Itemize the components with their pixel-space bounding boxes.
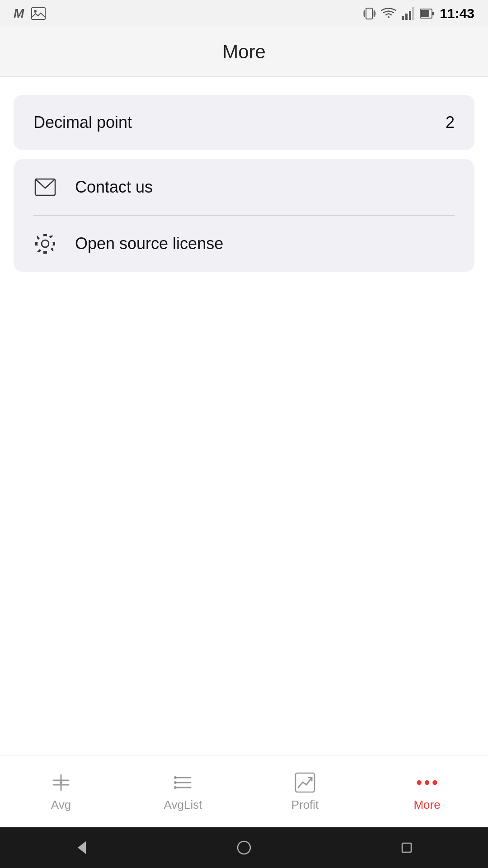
signal-icon [402,7,414,20]
svg-point-16 [42,240,49,247]
decimal-point-card[interactable]: Decimal point 2 [14,95,474,150]
contact-us-item[interactable]: Contact us [14,159,474,215]
svg-point-1 [34,10,37,13]
svg-rect-8 [405,14,408,20]
decimal-point-label: Decimal point [33,113,132,132]
decimal-point-value: 2 [446,113,455,132]
main-content: Decimal point 2 Contact us [0,77,488,755]
svg-point-32 [238,841,250,854]
mail-icon [33,175,57,199]
svg-rect-9 [409,11,411,20]
open-source-license-item[interactable]: Open source license [14,216,474,272]
profit-icon [293,771,317,794]
svg-marker-31 [78,841,86,854]
android-recents-button[interactable] [399,840,415,856]
svg-point-30 [432,780,437,785]
android-home-button[interactable] [236,840,252,856]
svg-point-26 [174,786,177,789]
avg-icon [49,771,73,794]
photo-icon [31,7,46,20]
nav-item-avg[interactable]: Avg [0,755,122,827]
avglist-icon [171,771,195,794]
menu-card: Contact us [14,159,474,272]
svg-rect-27 [296,773,314,792]
nav-label-profit: Profit [291,798,319,812]
page-title: More [222,41,266,63]
battery-icon [420,9,434,19]
status-time: 11:43 [440,6,474,21]
decimal-point-row[interactable]: Decimal point 2 [14,95,474,150]
svg-rect-33 [402,843,411,852]
svg-rect-2 [366,8,372,19]
wifi-icon [381,7,396,20]
status-bar-left: M [14,6,46,21]
nav-label-avg: Avg [51,798,71,812]
svg-point-24 [174,776,177,779]
more-dots-icon [415,771,439,794]
nav-item-profit[interactable]: Profit [244,755,366,827]
app-header: More [0,27,488,77]
svg-rect-12 [421,10,429,17]
vibrate-icon [363,6,375,21]
svg-rect-0 [32,8,45,19]
status-bar-right: 11:43 [363,6,474,21]
gmail-icon: M [14,6,24,21]
svg-rect-7 [402,16,404,20]
android-back-button[interactable] [73,840,89,856]
contact-us-label: Contact us [75,178,153,197]
open-source-license-label: Open source license [75,234,223,253]
svg-rect-10 [412,7,414,20]
android-nav-bar [0,827,488,868]
gear-icon [33,232,57,255]
svg-rect-13 [432,12,434,15]
svg-point-28 [417,780,421,785]
nav-item-more[interactable]: More [366,755,488,827]
bottom-nav: Avg AvgList Profit [0,755,488,827]
nav-item-avglist[interactable]: AvgList [122,755,244,827]
nav-label-more: More [413,798,440,812]
svg-point-29 [425,780,429,785]
svg-point-25 [174,781,177,784]
status-bar: M [0,0,488,27]
nav-label-avglist: AvgList [164,798,202,812]
